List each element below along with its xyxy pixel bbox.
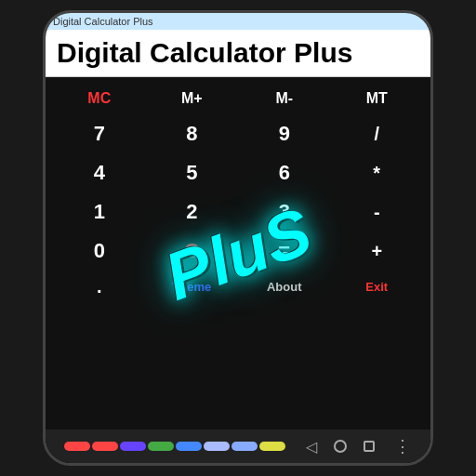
memory-row: MC M+ M- MT xyxy=(55,85,421,112)
back-button[interactable]: ◁ xyxy=(306,438,317,456)
key-plus[interactable]: + xyxy=(333,233,422,269)
android-nav-bar: ◁ ⋮ xyxy=(46,430,430,463)
key-1[interactable]: 1 xyxy=(55,194,144,230)
title-bar-text: Digital Calculator Plus xyxy=(53,16,153,27)
mminus-button[interactable]: M- xyxy=(240,85,329,112)
key-2[interactable]: 2 xyxy=(148,194,237,230)
swatch-2[interactable] xyxy=(92,442,118,451)
recent-button[interactable] xyxy=(364,441,375,452)
swatch-6[interactable] xyxy=(204,442,230,451)
key-7[interactable]: 7 xyxy=(55,116,144,152)
exit-button[interactable]: Exit xyxy=(333,276,422,298)
key-5[interactable]: 5 xyxy=(148,155,237,191)
swatch-5[interactable] xyxy=(176,442,202,451)
mplus-button[interactable]: M+ xyxy=(148,85,237,112)
dot-button[interactable]: . xyxy=(55,272,144,301)
keypad-row-3: 1 2 3 - xyxy=(55,194,421,230)
display-text: Digital Calculator Plus xyxy=(57,37,352,68)
key-equals[interactable]: = xyxy=(240,233,329,269)
swatch-3[interactable] xyxy=(120,442,146,451)
calculator-display: Digital Calculator Plus xyxy=(46,30,430,77)
keypad-row-2: 4 5 6 * xyxy=(55,155,421,191)
mt-button[interactable]: MT xyxy=(333,85,422,112)
key-divide[interactable]: / xyxy=(333,116,422,152)
menu-icon[interactable]: ⋮ xyxy=(394,436,412,456)
key-minus[interactable]: - xyxy=(333,194,422,230)
keypad-row-4: 0 C = + xyxy=(55,233,421,269)
key-6[interactable]: 6 xyxy=(240,155,329,191)
swatch-4[interactable] xyxy=(148,442,174,451)
keypad-row-1: 7 8 9 / xyxy=(55,116,421,152)
mc-button[interactable]: MC xyxy=(55,85,144,112)
bottom-menu-row: . Theme About Exit xyxy=(55,272,421,301)
theme-button[interactable]: Theme xyxy=(148,276,237,298)
swatch-1[interactable] xyxy=(64,442,90,451)
swatch-8[interactable] xyxy=(259,442,285,451)
key-clear[interactable]: C xyxy=(148,233,237,269)
calc-body: PluS MC M+ M- MT 7 8 9 / 4 5 6 * 1 2 3 - xyxy=(46,77,430,430)
key-8[interactable]: 8 xyxy=(148,116,237,152)
swatch-7[interactable] xyxy=(231,442,258,451)
key-0[interactable]: 0 xyxy=(55,233,144,269)
key-3[interactable]: 3 xyxy=(240,194,329,230)
key-4[interactable]: 4 xyxy=(55,155,144,191)
about-button[interactable]: About xyxy=(240,276,329,298)
phone-frame: Digital Calculator Plus Digital Calculat… xyxy=(43,10,433,466)
key-multiply[interactable]: * xyxy=(333,155,422,191)
color-swatches xyxy=(64,442,285,451)
title-bar: Digital Calculator Plus xyxy=(46,13,430,30)
home-button[interactable] xyxy=(334,440,347,453)
key-9[interactable]: 9 xyxy=(240,116,329,152)
